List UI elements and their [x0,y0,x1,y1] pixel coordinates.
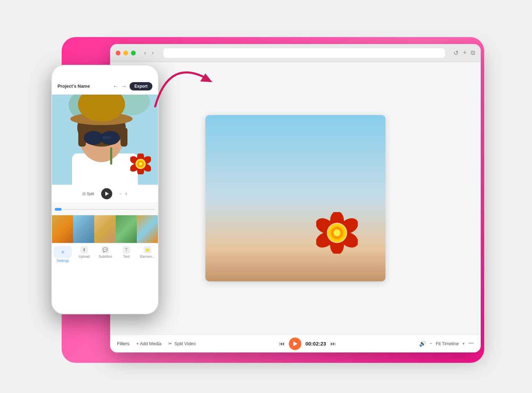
split-label[interactable]: ⊡ Split [82,192,94,196]
sky-background [205,115,385,281]
time-display: 00:02:23 [305,341,326,347]
flower-sticker-desktop [316,212,358,254]
thumbnail-3[interactable] [94,215,115,243]
volume-controls: − + [119,191,127,196]
minus-vol-button[interactable]: − [119,191,122,196]
elements-icon: ⭐ [144,246,151,254]
desktop-scene [205,115,385,281]
browser-nav: ‹ › [143,49,155,57]
fast-forward-button[interactable]: ⏭ [330,341,336,347]
scissors-icon: ✂ [168,341,172,346]
phone-statusbar [52,66,158,78]
minimize-button[interactable] [123,51,128,55]
mobile-phone: Project's Name ← → Export [51,65,159,314]
video-preview [205,115,385,281]
phone-video-preview [52,95,158,185]
flower-sticker-svg [316,212,358,254]
thumbnail-2[interactable] [73,215,94,243]
svg-rect-46 [121,128,127,147]
new-tab-icon[interactable]: + [463,49,467,57]
nav-item-settings[interactable]: ⚙ Settings [54,246,72,263]
nav-item-subtitles[interactable]: 💬 Subtitles [97,246,114,259]
timeline-track[interactable] [63,209,155,210]
editor-content [110,62,481,334]
export-label: Export [134,84,148,89]
copy-tab-icon[interactable]: ⧉ [471,49,475,57]
text-icon: T [123,246,130,254]
svg-point-49 [84,131,103,145]
timeline-playhead [55,208,62,211]
flower-sticker-mobile [130,154,151,174]
split-video-button[interactable]: ✂ Split Video [168,341,196,346]
browser-actions: ↺ + ⧉ [453,49,475,57]
split-text: Split [87,192,94,196]
undo-icon[interactable]: ← [113,83,118,89]
play-triangle-icon [293,341,298,346]
svg-point-36 [334,229,340,236]
mobile-play-triangle-icon [105,192,109,196]
back-button[interactable]: ‹ [143,49,148,57]
browser-titlebar: ‹ › ↺ + ⧉ [110,44,481,62]
svg-rect-51 [103,137,111,139]
traffic-lights [116,51,136,55]
text-label: Text [123,255,130,259]
volume-icon[interactable]: 🔊 [419,340,426,347]
address-bar[interactable] [163,48,445,58]
subtitles-icon: 💬 [101,246,109,254]
settings-icon-bg: ⚙ [54,246,72,258]
add-media-label: + Add Media [136,341,161,346]
phone-controls: ⊡ Split − + [52,185,158,203]
subtitles-label: Subtitles [99,255,112,259]
mobile-play-button[interactable] [101,188,112,199]
nav-item-elements[interactable]: ⭐ Elemen... [139,246,156,259]
redo-icon[interactable]: → [121,83,127,89]
playback-controls: ⏮ 00:02:23 ⏭ [279,338,336,350]
header-nav: ← → Export [113,82,152,90]
rewind-button[interactable]: ⏮ [279,341,285,347]
nav-item-text[interactable]: T Text [118,246,135,259]
add-media-button[interactable]: + Add Media [136,341,161,346]
play-button[interactable] [289,338,301,350]
waveform-icon[interactable]: 〰 [468,341,474,347]
thumbnail-5[interactable] [137,215,158,243]
phone-header: Project's Name ← → Export [52,78,158,95]
svg-point-66 [139,162,142,166]
upload-label: Upload [79,255,90,259]
timeline-area [52,203,158,215]
flower-sticker-mobile-svg [130,154,151,174]
minus-button[interactable]: − [429,341,432,346]
phone-bottom-nav: ⚙ Settings ⬆ Upload 💬 Subtitles T Text ⭐… [52,243,158,314]
plus-button[interactable]: + [462,341,465,346]
filters-section: Filters [117,341,129,346]
browser-window: ‹ › ↺ + ⧉ [110,44,481,352]
nav-item-upload[interactable]: ⬆ Upload [76,246,93,259]
close-button[interactable] [116,51,121,55]
project-name: Project's Name [57,84,90,89]
filters-label: Filters [117,341,129,346]
video-preview-area [117,69,474,328]
upload-icon: ⬆ [80,246,88,254]
split-video-label: Split Video [174,341,196,346]
svg-rect-57 [110,147,112,165]
settings-icon: ⚙ [61,250,64,254]
forward-button[interactable]: › [150,49,155,57]
maximize-button[interactable] [131,51,136,55]
thumbnail-1[interactable] [52,215,73,243]
right-controls: 🔊 − Fit Timeline + 〰 [419,340,474,347]
split-bracket-icon: ⊡ [82,192,86,196]
thumbnail-4[interactable] [116,215,137,243]
export-button[interactable]: Export [130,82,152,90]
elements-label: Elemen... [140,255,154,259]
plus-vol-button[interactable]: + [125,191,127,196]
bottom-toolbar: Filters + Add Media ✂ Split Video ⏮ 00:0… [110,334,481,352]
thumbnail-strip [52,215,158,243]
fit-timeline-label: Fit Timeline [436,341,459,346]
settings-label: Settings [56,259,69,263]
refresh-icon[interactable]: ↺ [453,49,459,57]
